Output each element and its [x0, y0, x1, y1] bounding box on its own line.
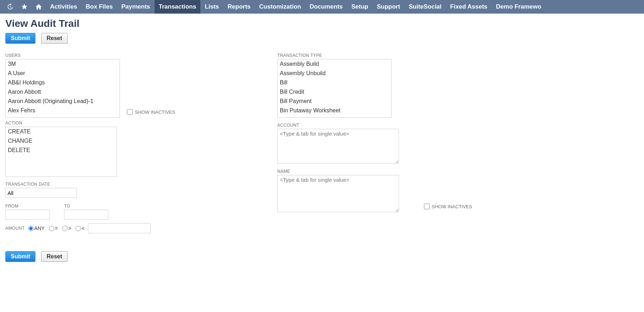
show-inactives-label: SHOW INACTIVES [135, 109, 175, 115]
list-item[interactable]: 3M [6, 59, 119, 69]
users-listbox[interactable]: 3MA UserAB&I HoldingsAaron AbbottAaron A… [5, 59, 120, 118]
nav-item-customization[interactable]: Customization [255, 0, 305, 14]
users-label: USERS [5, 53, 256, 58]
to-date-input[interactable] [64, 210, 108, 220]
amount-radio-eq[interactable] [49, 226, 54, 231]
transaction-type-listbox[interactable]: Assembly BuildAssembly UnbuildBillBill C… [277, 59, 392, 118]
amount-row: AMOUNT ANY = > < [5, 223, 256, 233]
list-item[interactable]: CHANGE [6, 136, 117, 146]
account-input[interactable]: <Type & tab for single value> [277, 129, 399, 164]
amount-lt[interactable]: < [75, 225, 84, 231]
recent-icon[interactable] [3, 0, 17, 14]
form-area: USERS 3MA UserAB&I HoldingsAaron AbbottA… [0, 50, 644, 233]
show-inactives-users[interactable]: SHOW INACTIVES [127, 109, 175, 115]
to-label: TO [64, 204, 108, 209]
submit-button[interactable]: Submit [5, 33, 35, 44]
nav-item-demo-framewo[interactable]: Demo Framewo [492, 0, 546, 14]
nav-item-lists[interactable]: Lists [200, 0, 223, 14]
nav-item-suitesocial[interactable]: SuiteSocial [404, 0, 446, 14]
account-label: ACCOUNT [277, 123, 528, 128]
show-inactives-name[interactable]: SHOW INACTIVES [424, 204, 472, 209]
nav-item-reports[interactable]: Reports [223, 0, 255, 14]
top-nav: ActivitiesBox FilesPaymentsTransactionsL… [0, 0, 644, 14]
list-item[interactable]: Assembly Build [278, 59, 391, 69]
amount-radio-lt[interactable] [75, 226, 81, 231]
transaction-type-label: TRANSACTION TYPE [277, 53, 528, 58]
amount-radio-any[interactable] [28, 226, 34, 231]
nav-item-transactions[interactable]: Transactions [155, 0, 201, 14]
left-column: USERS 3MA UserAB&I HoldingsAaron AbbottA… [5, 50, 256, 233]
name-label: NAME [277, 169, 528, 174]
reset-button-bottom[interactable]: Reset [41, 251, 68, 262]
transaction-date-label: TRANSACTION DATE [5, 182, 256, 187]
list-item[interactable]: A User [6, 69, 119, 78]
list-item[interactable]: Bill Credit [278, 87, 391, 97]
from-label: FROM [5, 204, 50, 209]
list-item[interactable]: AB&I Holdings [6, 78, 119, 87]
list-item[interactable]: Bill Payment [278, 97, 391, 106]
reset-button[interactable]: Reset [41, 33, 68, 44]
amount-any[interactable]: ANY [28, 225, 45, 231]
list-item[interactable]: DELETE [6, 146, 117, 155]
amount-eq[interactable]: = [49, 225, 58, 231]
list-item[interactable]: Aaron Abbott (Originating Lead)-1 [6, 97, 119, 106]
name-input[interactable]: <Type & tab for single value> [277, 175, 399, 212]
nav-item-fixed-assets[interactable]: Fixed Assets [446, 0, 492, 14]
nav-item-activities[interactable]: Activities [46, 0, 82, 14]
nav-item-documents[interactable]: Documents [305, 0, 347, 14]
amount-radio-gt[interactable] [62, 226, 68, 231]
nav-item-support[interactable]: Support [372, 0, 404, 14]
button-row-top: Submit Reset [0, 31, 644, 50]
amount-input[interactable] [88, 223, 151, 233]
show-inactives-name-label: SHOW INACTIVES [432, 204, 472, 209]
show-inactives-users-checkbox[interactable] [127, 109, 133, 115]
home-icon[interactable] [31, 0, 46, 14]
show-inactives-name-checkbox[interactable] [424, 204, 430, 209]
button-row-bottom: Submit Reset [0, 233, 644, 269]
amount-label: AMOUNT [5, 226, 25, 231]
transaction-date-select[interactable] [5, 188, 77, 198]
nav-item-payments[interactable]: Payments [117, 0, 154, 14]
list-item[interactable]: Aaron Abbott [6, 87, 119, 97]
amount-gt[interactable]: > [62, 225, 71, 231]
action-listbox[interactable]: CREATECHANGEDELETE [5, 127, 117, 177]
list-item[interactable]: Alex Fehrs [6, 106, 119, 115]
action-label: ACTION [5, 121, 256, 126]
page-title: View Audit Trail [0, 14, 644, 31]
right-column: TRANSACTION TYPE Assembly BuildAssembly … [277, 50, 528, 233]
submit-button-bottom[interactable]: Submit [5, 251, 35, 262]
nav-item-box-files[interactable]: Box Files [82, 0, 117, 14]
nav-item-setup[interactable]: Setup [347, 0, 372, 14]
list-item[interactable]: Bin Putaway Worksheet [278, 106, 391, 115]
nav-items: ActivitiesBox FilesPaymentsTransactionsL… [46, 0, 546, 14]
list-item[interactable]: CREATE [6, 127, 117, 136]
star-icon[interactable] [17, 0, 31, 14]
list-item[interactable]: Bill [278, 78, 391, 87]
list-item[interactable]: Assembly Unbuild [278, 69, 391, 78]
from-date-input[interactable] [5, 210, 50, 220]
